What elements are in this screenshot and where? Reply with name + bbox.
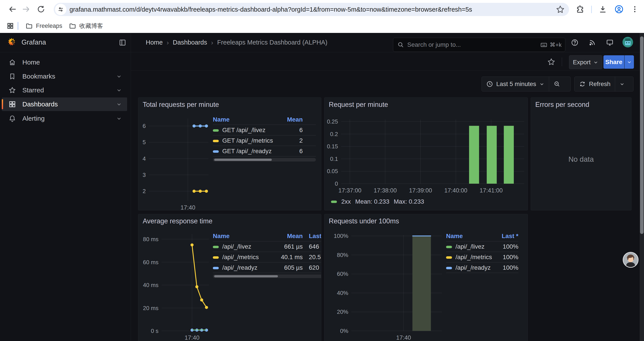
url-bar[interactable]: grafana.mathmast.com/d/deytv4rwavabkb/fr… (54, 3, 569, 16)
legend-table-row[interactable]: /api/_/readyz605 µs620 µs (213, 262, 321, 273)
apps-grid-icon[interactable] (6, 22, 14, 30)
sidebar-item-starred[interactable]: Starred (2, 83, 127, 97)
back-icon[interactable] (7, 4, 18, 15)
svg-text:17:40:00: 17:40:00 (444, 187, 467, 194)
refresh-interval-button[interactable] (615, 77, 629, 91)
legend-scrollbar[interactable] (213, 158, 316, 162)
svg-text:17:41:00: 17:41:00 (480, 187, 502, 194)
reload-icon[interactable] (36, 4, 46, 15)
breadcrumb-separator: › (211, 39, 213, 46)
dashboard-actions-row (131, 52, 644, 71)
bookmark-folder-freeleaps[interactable]: Freeleaps (24, 22, 68, 30)
bookmark-star-icon[interactable] (556, 5, 565, 14)
series-color-pill (446, 267, 452, 269)
browser-chrome: grafana.mathmast.com/d/deytv4rwavabkb/fr… (0, 0, 644, 33)
column-header[interactable]: Mean (272, 233, 303, 240)
help-icon[interactable] (571, 39, 579, 47)
svg-text:0.25: 0.25 (327, 118, 338, 125)
breadcrumb-home[interactable]: Home (146, 39, 163, 46)
monitor-icon[interactable] (606, 39, 614, 47)
brand-name: Grafana (22, 38, 46, 46)
sidebar-item-dashboards[interactable]: Dashboards (2, 97, 127, 111)
legend-table-header[interactable]: NameLast * (446, 231, 518, 241)
panel-title[interactable]: Requests under 100ms (329, 217, 399, 225)
svg-text:20 ms: 20 ms (143, 305, 158, 311)
legend-table-header[interactable]: NameMean (213, 114, 316, 125)
keyboard-icon (540, 41, 548, 49)
share-button[interactable]: Share (604, 55, 624, 69)
url-text[interactable]: grafana.mathmast.com/d/deytv4rwavabkb/fr… (70, 6, 556, 13)
column-header[interactable]: Name (213, 233, 272, 240)
panel-total-requests-per-minute: Total requests per minute 6543217:40Name… (138, 97, 321, 210)
legend-table-header[interactable]: NameMeanLast (213, 231, 321, 241)
share-menu-button[interactable] (624, 55, 634, 69)
export-button[interactable]: Export (569, 55, 602, 69)
chevron-down-icon[interactable] (116, 87, 122, 93)
legend-table-row[interactable]: GET /api/_/livez6 (213, 125, 316, 135)
chevron-down-icon[interactable] (116, 74, 122, 79)
favorite-star-icon[interactable] (547, 58, 556, 66)
legend-table-row[interactable]: /api/_/metrics40.1 ms20.5 ms (213, 252, 321, 262)
panel-title[interactable]: Errors per second (535, 101, 589, 109)
bookmark-label: 收藏博客 (79, 22, 103, 30)
search-input[interactable]: Search or jump to... ⌘+k (393, 38, 565, 52)
legend-table-row[interactable]: /api/_/readyz100% (446, 262, 518, 273)
chevron-down-icon[interactable] (116, 101, 122, 107)
sidebar-toggle-icon[interactable] (118, 38, 127, 47)
legend-scrollbar[interactable] (213, 274, 321, 278)
legend-stat: Max: 0.233 (394, 198, 424, 205)
refresh-button[interactable]: Refresh (574, 77, 615, 91)
legend-scrollbar-thumb[interactable] (214, 275, 278, 277)
chevron-down-icon[interactable] (116, 116, 122, 121)
legend-table-row[interactable]: /api/_/livez661 µs646 µs (213, 241, 321, 252)
panel-title[interactable]: Average response time (143, 217, 212, 225)
sidebar-item-alerting[interactable]: Alerting (2, 112, 127, 125)
sidebar-item-label: Bookmarks (22, 73, 55, 80)
svg-text:17:38:00: 17:38:00 (374, 187, 397, 194)
page-scrollbar[interactable] (640, 33, 644, 341)
assistant-avatar[interactable] (623, 252, 638, 268)
browser-toolbar: grafana.mathmast.com/d/deytv4rwavabkb/fr… (0, 0, 644, 19)
bookmark-folder-blogs[interactable]: 收藏博客 (68, 22, 108, 30)
chevron-down-icon (620, 81, 625, 87)
legend-series-name[interactable]: 2xx (341, 198, 351, 205)
column-header[interactable]: Name (213, 116, 278, 123)
column-header[interactable]: Name (446, 233, 496, 240)
browser-menu-icon[interactable] (630, 4, 640, 15)
legend-table-row[interactable]: /api/_/livez100% (446, 241, 518, 252)
svg-text:0.1: 0.1 (330, 156, 338, 162)
svg-text:17:37:00: 17:37:00 (338, 187, 362, 194)
site-settings-icon[interactable] (55, 4, 66, 15)
cell: 646 µs (303, 243, 321, 250)
news-rss-icon[interactable] (588, 39, 596, 47)
profile-icon[interactable] (614, 4, 624, 15)
cell: /api/_/readyz (446, 264, 496, 271)
column-header[interactable]: Mean (278, 116, 303, 123)
download-icon[interactable] (598, 4, 608, 15)
svg-text:17:40: 17:40 (184, 334, 200, 341)
column-header[interactable]: Last (303, 233, 321, 240)
user-avatar[interactable] (622, 37, 633, 47)
scrollbar-thumb[interactable] (640, 37, 644, 234)
legend-table-row[interactable]: /api/_/metrics100% (446, 252, 518, 262)
grafana-brand[interactable]: Grafana (6, 37, 46, 47)
chart-canvas[interactable]: 0.250.20.150.10.05017:37:0017:38:0017:39… (324, 98, 528, 210)
zoom-out-button[interactable] (549, 77, 565, 91)
panel-title[interactable]: Total requests per minute (143, 101, 219, 109)
panel-title[interactable]: Request per minute (329, 101, 388, 109)
sidebar-item-home[interactable]: Home (2, 56, 127, 69)
series-color-pill (213, 267, 219, 269)
sidebar-item-label: Starred (22, 87, 44, 94)
extensions-icon[interactable] (575, 4, 585, 15)
search-placeholder: Search or jump to... (407, 41, 461, 48)
sidebar: Home Bookmarks Starred (0, 52, 131, 341)
time-range-picker[interactable]: Last 5 minutes (482, 77, 549, 91)
legend-table-row[interactable]: GET /api/_/readyz6 (213, 146, 316, 156)
legend-scrollbar-thumb[interactable] (214, 159, 272, 161)
breadcrumb-separator: › (166, 39, 169, 46)
legend-table-row[interactable]: GET /api/_/metrics2 (213, 135, 316, 146)
forward-icon[interactable] (21, 4, 31, 15)
column-header[interactable]: Last * (496, 233, 518, 240)
breadcrumb-dashboards[interactable]: Dashboards (173, 39, 207, 46)
sidebar-item-bookmarks[interactable]: Bookmarks (2, 70, 127, 83)
